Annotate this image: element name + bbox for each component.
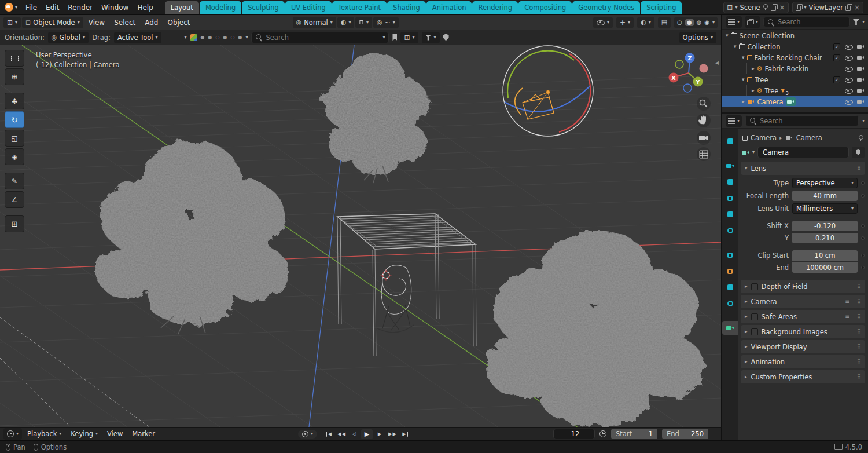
checkbox-icon[interactable] — [751, 313, 758, 320]
new-view-layer-icon[interactable] — [845, 4, 852, 10]
preset-icon[interactable] — [845, 299, 849, 305]
material-shading-button[interactable] — [697, 20, 702, 25]
clip-start-field[interactable]: 10 cm — [792, 250, 858, 261]
new-scene-icon[interactable] — [771, 4, 777, 10]
select-box-tool[interactable] — [5, 50, 24, 67]
view-layer-selector[interactable]: ViewLayer — [792, 2, 863, 13]
solid-shading-button[interactable] — [685, 19, 694, 26]
tab-world[interactable] — [722, 224, 738, 238]
tab-modeling[interactable]: Modeling — [200, 1, 241, 14]
section-animation[interactable]: Animation — [741, 355, 865, 368]
outliner-editor-selector[interactable] — [726, 16, 742, 28]
menu-marker[interactable]: Marker — [128, 429, 159, 439]
proportional-editing-toggle[interactable] — [373, 17, 399, 28]
rendered-shading-button[interactable] — [704, 20, 709, 25]
scene-selector[interactable]: Scene — [723, 2, 788, 13]
grip-icon[interactable] — [857, 166, 861, 171]
chevron-down-icon[interactable] — [862, 20, 865, 24]
scene-render[interactable]: Z X Y — [0, 45, 721, 427]
annotate-tool[interactable] — [5, 173, 24, 189]
section-depth-of-field[interactable]: Depth of Field — [741, 280, 865, 293]
pin-icon[interactable] — [763, 3, 768, 11]
play-button[interactable] — [361, 429, 373, 439]
tab-layout[interactable]: Layout — [165, 1, 199, 14]
grip-icon[interactable] — [857, 329, 861, 335]
navigation-gizmo[interactable]: Z X Y — [669, 53, 708, 93]
start-frame-field[interactable]: Start 1 — [611, 429, 657, 439]
previous-keyframe-button[interactable] — [336, 429, 347, 439]
chevron-down-icon[interactable] — [862, 119, 865, 123]
outliner-row-camera[interactable]: Camera — [722, 96, 868, 107]
grip-icon[interactable] — [857, 299, 861, 305]
menu-select[interactable]: Select — [110, 17, 139, 28]
jump-to-end-button[interactable] — [399, 429, 411, 439]
section-background-images[interactable]: Background Images — [741, 325, 865, 338]
lens-type-dropdown[interactable]: Perspective — [792, 178, 858, 188]
pivot-point-selector[interactable] — [337, 17, 355, 28]
rotate-gizmo[interactable] — [503, 46, 593, 136]
menu-view[interactable]: View — [84, 17, 109, 28]
viewport-search[interactable] — [251, 32, 389, 43]
disclosure-icon[interactable] — [742, 55, 745, 60]
checkbox-icon[interactable] — [751, 283, 758, 290]
chevron-down-icon[interactable] — [245, 35, 248, 40]
breadcrumb-data[interactable]: Camera — [796, 134, 822, 142]
camera-visibility-icon[interactable] — [856, 76, 865, 83]
disclosure-icon[interactable] — [752, 66, 755, 71]
current-frame-field[interactable]: -12 — [553, 429, 595, 439]
menu-playback[interactable]: Playback — [23, 429, 65, 439]
camera-view-button[interactable] — [697, 131, 711, 145]
chevron-down-icon[interactable] — [752, 150, 755, 155]
tab-output[interactable] — [722, 175, 738, 189]
camera-object-wireframe[interactable] — [523, 90, 554, 120]
camera-visibility-icon[interactable] — [856, 87, 865, 94]
section-custom-properties[interactable]: Custom Properties — [741, 370, 865, 383]
eye-icon[interactable] — [844, 76, 852, 83]
outliner-row-scene-collection[interactable]: Scene Collection — [722, 30, 868, 41]
eye-icon[interactable] — [844, 87, 852, 94]
camera-visibility-icon[interactable] — [856, 98, 865, 105]
jump-to-start-button[interactable] — [323, 429, 334, 439]
rotate-tool[interactable] — [5, 111, 24, 128]
eye-icon[interactable] — [844, 43, 852, 50]
orientation-setting-dropdown[interactable]: Global — [48, 32, 89, 43]
section-viewport-display[interactable]: Viewport Display — [741, 340, 865, 353]
tab-object-data[interactable] — [722, 321, 738, 335]
nav-axis-z-negative[interactable] — [683, 84, 692, 92]
auto-keying-toggle[interactable] — [298, 430, 317, 439]
outliner-display-mode[interactable] — [745, 16, 760, 28]
nav-axis-y-negative[interactable] — [675, 60, 683, 68]
bookmark-icon[interactable] — [392, 34, 397, 41]
tab-tool[interactable] — [722, 134, 738, 148]
zoom-button[interactable] — [697, 97, 711, 111]
editor-type-selector[interactable] — [3, 17, 21, 28]
grip-icon[interactable] — [857, 344, 861, 350]
animate-dot[interactable] — [861, 236, 865, 240]
outliner-row-tree-data[interactable]: Tree 3 — [722, 85, 868, 96]
visibility-dropdown[interactable] — [593, 17, 613, 28]
tab-shading[interactable]: Shading — [387, 1, 426, 14]
timeline-editor-selector[interactable] — [3, 428, 22, 440]
tree-top[interactable] — [323, 53, 429, 175]
animate-dot[interactable] — [861, 181, 865, 185]
tab-physics[interactable] — [722, 297, 738, 310]
shift-x-field[interactable]: -0.120 — [792, 221, 858, 231]
next-frame-button[interactable] — [374, 429, 385, 439]
section-safe-areas[interactable]: Safe Areas — [741, 310, 865, 323]
tab-compositing[interactable]: Compositing — [518, 1, 572, 14]
eye-icon[interactable] — [844, 98, 852, 105]
tab-scripting[interactable]: Scripting — [641, 1, 682, 14]
eye-icon[interactable] — [844, 65, 852, 72]
focal-length-field[interactable]: 40 mm — [792, 191, 858, 201]
tab-geometry-nodes[interactable]: Geometry Nodes — [572, 1, 640, 14]
disclosure-icon[interactable] — [742, 99, 745, 104]
grip-icon[interactable] — [857, 359, 861, 365]
tab-view-layer[interactable] — [722, 191, 738, 205]
camera-visibility-icon[interactable] — [856, 43, 865, 50]
xray-toggle[interactable] — [658, 17, 671, 28]
camera-visibility-icon[interactable] — [856, 54, 865, 61]
tab-rendering[interactable]: Rendering — [472, 1, 518, 14]
tab-scene[interactable] — [722, 207, 738, 221]
disclosure-icon[interactable] — [726, 33, 729, 38]
lens-unit-dropdown[interactable]: Millimeters — [792, 203, 858, 214]
